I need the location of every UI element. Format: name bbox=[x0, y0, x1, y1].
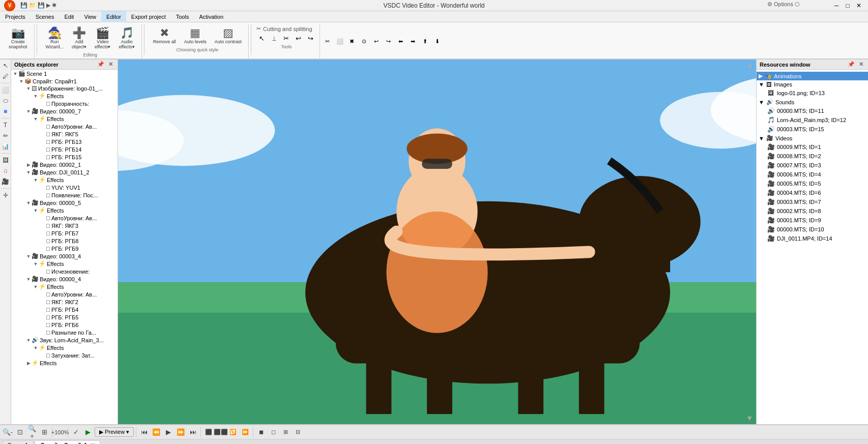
tree-yuv1[interactable]: ◻ YUV: YUV1 bbox=[11, 184, 118, 191]
tl-skip-end-btn[interactable]: ⏭ bbox=[187, 427, 198, 438]
tool-move[interactable]: ✛ bbox=[1, 190, 11, 200]
menu-scenes[interactable]: Scenes bbox=[31, 11, 60, 22]
tree-autolevels-3[interactable]: ◻ АвтоУровни: Ав... bbox=[11, 290, 118, 298]
res-video-00000[interactable]: 🎥00000.MTS; ID=10 bbox=[757, 225, 868, 234]
res-logo-png[interactable]: 🖼 logo-01.png; ID=13 bbox=[757, 88, 868, 98]
res-video-00005[interactable]: 🎥00005.MTS; ID=5 bbox=[757, 179, 868, 188]
tl-skip-start-btn[interactable]: ⏮ bbox=[138, 427, 150, 438]
tree-scene1[interactable]: ▼ 🎬 Scene 1 bbox=[11, 70, 118, 77]
res-category-animations[interactable]: ▶ 🎭 Animations bbox=[757, 72, 868, 80]
res-video-00007[interactable]: 🎥00007.MTS; ID=3 bbox=[757, 161, 868, 170]
tree-blur[interactable]: ◻ Разнытие по Га... bbox=[11, 329, 118, 336]
tree-effects-sound[interactable]: ▼ ⚡ Effects bbox=[11, 344, 118, 351]
video-effects-button[interactable]: 🎬 Videoeffects▾ bbox=[91, 25, 114, 51]
tool-chart[interactable]: 📊 bbox=[1, 141, 11, 152]
tree-effects-v4[interactable]: ▼ ⚡ Effects bbox=[11, 283, 118, 290]
tree-appearance[interactable]: ◻ Появление: Пос... bbox=[11, 191, 118, 199]
tree-rgb6[interactable]: ◻ РГБ: РГБ6 bbox=[11, 321, 118, 329]
tool-5[interactable]: ↩ bbox=[371, 37, 382, 47]
objects-explorer-pin[interactable]: 📌 bbox=[96, 61, 106, 68]
remove-all-button[interactable]: ✖ Remove all bbox=[150, 25, 180, 46]
tree-root-effects[interactable]: ▶ ⚡ Effects bbox=[11, 359, 118, 367]
menu-export[interactable]: Export project bbox=[126, 11, 171, 22]
tree-yakg3[interactable]: ◻ ЯКГ: ЯКГ3 bbox=[11, 222, 118, 229]
tree-video-00002-1[interactable]: ▶ 🎥 Видео: 00002_1 bbox=[11, 161, 118, 168]
res-video-00001[interactable]: 🎥00001.MTS; ID=9 bbox=[757, 216, 868, 225]
tree-effects-v7[interactable]: ▼ ⚡ Effects bbox=[11, 115, 118, 123]
close-button[interactable]: ✕ bbox=[854, 1, 864, 10]
objects-explorer-close[interactable]: ✕ bbox=[107, 61, 114, 68]
tl-zoom-fit-btn[interactable]: ⊡ bbox=[14, 427, 25, 438]
menu-view[interactable]: View bbox=[79, 11, 101, 22]
tree-autolevels-2[interactable]: ◻ АвтоУровни: Ав... bbox=[11, 214, 118, 222]
preview-scroll-down[interactable]: ▼ bbox=[746, 414, 753, 422]
tree-fadeout[interactable]: ◻ Затухание: Зат... bbox=[11, 351, 118, 359]
add-object-button[interactable]: ➕ Addobject▾ bbox=[68, 25, 90, 51]
tl-align-btn[interactable]: ⊟ bbox=[292, 427, 303, 438]
tl-fast-btn[interactable]: ⏩ bbox=[240, 427, 251, 438]
menu-tools[interactable]: Tools bbox=[171, 11, 194, 22]
tree-disappear[interactable]: ◻ Исчезновение: bbox=[11, 268, 118, 275]
tl-mark-in-btn[interactable]: ◼ bbox=[255, 427, 267, 438]
res-video-00008[interactable]: 🎥00008.MTS; ID=2 bbox=[757, 152, 868, 161]
tool-align-left[interactable]: ⬅ bbox=[395, 37, 407, 47]
tool-arrow[interactable]: ↖ bbox=[256, 33, 268, 43]
tree-video-00000-5[interactable]: ▼ 🎥 Видео: 00000_5 bbox=[11, 199, 118, 206]
timeline-tab-sprite1[interactable]: Спрайт: Спрайт1 ✕ bbox=[35, 440, 100, 444]
menu-activation[interactable]: Activation bbox=[194, 11, 228, 22]
tree-video-00000-4[interactable]: ▼ 🎥 Видео: 00000_4 bbox=[11, 275, 118, 283]
tree-rgb7[interactable]: ◻ РГБ: РГБ7 bbox=[11, 229, 118, 237]
tool-split[interactable]: ⟂ bbox=[269, 33, 280, 43]
tool-4[interactable]: ⊙ bbox=[359, 37, 370, 47]
res-video-00006[interactable]: 🎥00006.MTS; ID=4 bbox=[757, 170, 868, 179]
tree-rgb14[interactable]: ◻ РГБ: РГБ14 bbox=[11, 145, 118, 153]
tl-zoom-custom-btn[interactable]: ⊞ bbox=[39, 427, 50, 438]
res-category-images[interactable]: ▼ 🖼 Images bbox=[757, 80, 868, 88]
tool-cut[interactable]: ✂ bbox=[281, 33, 292, 43]
tree-rgb5[interactable]: ◻ РГБ: РГБ5 bbox=[11, 313, 118, 321]
tree-effects-v3[interactable]: ▼ ⚡ Effects bbox=[11, 260, 118, 268]
tree-rgb9[interactable]: ◻ РГБ: РГБ9 bbox=[11, 245, 118, 252]
auto-levels-button[interactable]: ▦ Auto levels bbox=[181, 25, 210, 46]
tl-check-btn[interactable]: ✓ bbox=[70, 427, 81, 438]
preview-scroll-up[interactable]: ▲ bbox=[746, 62, 753, 70]
tree-effects-dji[interactable]: ▼ ⚡ Effects bbox=[11, 176, 118, 184]
tree-rgb15[interactable]: ◻ РГБ: РГБ15 bbox=[11, 153, 118, 161]
res-category-sounds[interactable]: ▼ 🔊 Sounds bbox=[757, 98, 868, 106]
tree-sprite1[interactable]: ▼ 📦 Спрайт: Спрайт1 bbox=[11, 77, 118, 85]
tree-video-00000-7[interactable]: ▼ 🎥 Видео: 00000_7 bbox=[11, 107, 118, 115]
res-lorn-acid[interactable]: 🎵 Lorn-Acid_Rain.mp3; ID=12 bbox=[757, 115, 868, 125]
tl-mark-out-btn[interactable]: ◻ bbox=[268, 427, 279, 438]
tool-select[interactable]: ↖ bbox=[1, 61, 11, 71]
tree-sound[interactable]: ▼ 🔊 Звук: Lorn-Acid_Rain_3... bbox=[11, 336, 118, 344]
resources-close[interactable]: ✕ bbox=[857, 61, 865, 68]
timeline-tab-scene1[interactable]: Scene 1 bbox=[2, 440, 34, 444]
tree-autolevels-1[interactable]: ◻ АвтоУровни: Ав... bbox=[11, 123, 118, 130]
tree-rgb13[interactable]: ◻ РГБ: РГБ13 bbox=[11, 138, 118, 145]
tool-up[interactable]: ⬆ bbox=[420, 37, 431, 47]
res-category-videos[interactable]: ▼ 🎥 Videos bbox=[757, 134, 868, 142]
tree-yakg2[interactable]: ◻ ЯКГ: ЯКГ2 bbox=[11, 298, 118, 306]
menu-projects[interactable]: Projects bbox=[0, 11, 31, 22]
tool-fill[interactable]: ■ bbox=[1, 106, 11, 116]
tool-music[interactable]: ♫ bbox=[1, 166, 11, 176]
menu-editor[interactable]: Editor bbox=[101, 11, 126, 22]
tool-text[interactable]: T bbox=[1, 120, 11, 130]
menu-edit[interactable]: Edit bbox=[59, 11, 79, 22]
run-wizard-button[interactable]: 🧙 RunWizard... bbox=[42, 25, 68, 51]
tool-rect[interactable]: ⬜ bbox=[1, 85, 11, 95]
tl-prev-btn[interactable]: ⏪ bbox=[151, 427, 162, 438]
tool-image[interactable]: 🖼 bbox=[1, 155, 11, 165]
resources-pin[interactable]: 📌 bbox=[846, 61, 856, 68]
maximize-button[interactable]: □ bbox=[843, 1, 853, 10]
res-video-00009[interactable]: 🎥00009.MTS; ID=1 bbox=[757, 142, 868, 152]
res-video-00002[interactable]: 🎥00002.MTS; ID=8 bbox=[757, 206, 868, 216]
tool-draw[interactable]: ✏ bbox=[1, 131, 11, 141]
tl-loop-btn[interactable]: 🔁 bbox=[227, 427, 239, 438]
tree-effects-image[interactable]: ▼ ⚡ Effects bbox=[11, 92, 118, 100]
tl-split-mark-btn[interactable]: ⬛⬛ bbox=[215, 427, 226, 438]
res-video-00004[interactable]: 🎥00004.MTS; ID=6 bbox=[757, 188, 868, 197]
res-sound-00003[interactable]: 🔊 00003.MTS; ID=15 bbox=[757, 125, 868, 134]
tl-play-btn[interactable]: ▶ bbox=[82, 427, 94, 438]
tool-2[interactable]: ⬜ bbox=[334, 37, 345, 47]
